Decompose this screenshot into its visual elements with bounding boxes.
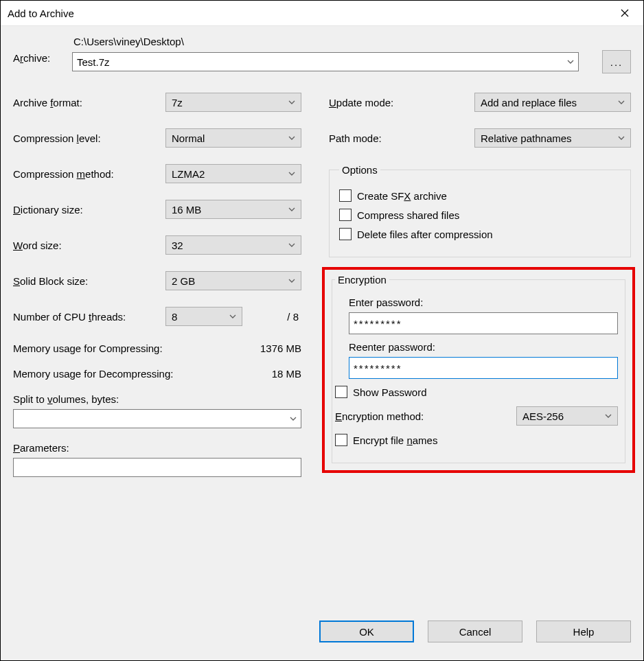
encrypt-filenames-row[interactable]: Encrypt file names xyxy=(335,434,618,446)
browse-button[interactable]: ... xyxy=(602,50,631,73)
cpu-threads-select[interactable]: 8 xyxy=(165,307,242,326)
options-legend: Options xyxy=(339,164,380,176)
path-mode-select[interactable]: Relative pathnames xyxy=(474,128,631,148)
options-group: Options Create SFX archive Compress shar… xyxy=(329,164,631,257)
show-password-label: Show Password xyxy=(353,386,427,398)
compress-shared-label: Compress shared files xyxy=(357,209,459,221)
cancel-button[interactable]: Cancel xyxy=(428,621,522,642)
archive-path: C:\Users\viney\Desktop\ xyxy=(72,36,631,47)
word-size-label: Word size: xyxy=(13,240,165,251)
cpu-threads-label: Number of CPU threads: xyxy=(13,311,126,323)
dialog-buttons: OK Cancel Help xyxy=(1,621,643,660)
compression-level-label: Compression level: xyxy=(13,132,165,144)
solid-block-size-label: Solid Block size: xyxy=(13,275,165,287)
close-icon xyxy=(621,8,629,19)
compression-level-select[interactable]: Normal xyxy=(165,128,301,148)
compress-shared-checkbox[interactable] xyxy=(339,209,352,221)
chevron-down-icon xyxy=(288,243,295,247)
chevron-down-icon xyxy=(288,279,295,283)
parameters-input[interactable] xyxy=(13,458,301,477)
solid-block-size-select[interactable]: 2 GB xyxy=(165,271,301,290)
chevron-down-icon xyxy=(229,314,236,318)
update-mode-select[interactable]: Add and replace files xyxy=(474,93,631,112)
archive-label: Archive: xyxy=(13,36,72,64)
memory-decompress-value: 18 MB xyxy=(272,368,301,380)
window-title: Add to Archive xyxy=(8,8,74,19)
dictionary-size-label: Dictionary size: xyxy=(13,204,165,216)
chevron-down-icon xyxy=(605,414,612,418)
enter-password-input[interactable]: ********* xyxy=(349,312,618,334)
dictionary-size-select[interactable]: 16 MB xyxy=(165,200,301,219)
memory-compress-value: 1376 MB xyxy=(260,343,301,354)
show-password-checkbox[interactable] xyxy=(335,386,347,398)
delete-after-row[interactable]: Delete files after compression xyxy=(339,228,621,240)
compress-shared-row[interactable]: Compress shared files xyxy=(339,209,621,221)
word-size-select[interactable]: 32 xyxy=(165,235,301,255)
encrypt-filenames-label: Encrypt file names xyxy=(353,434,437,446)
parameters-label: Parameters: xyxy=(13,442,301,454)
chevron-down-icon xyxy=(288,172,295,176)
close-button[interactable] xyxy=(609,2,641,24)
reenter-password-label: Reenter password: xyxy=(349,341,618,353)
update-mode-label: Update mode: xyxy=(329,97,393,108)
chevron-down-icon xyxy=(288,207,295,211)
archive-format-select[interactable]: 7z xyxy=(165,93,301,112)
path-mode-label: Path mode: xyxy=(329,132,382,144)
cpu-threads-total: / 8 xyxy=(287,311,301,323)
create-sfx-checkbox[interactable] xyxy=(339,189,352,202)
chevron-down-icon xyxy=(288,100,295,104)
memory-compress-label: Memory usage for Compressing: xyxy=(13,343,163,354)
archive-filename-value: Test.7z xyxy=(77,56,110,68)
titlebar: Add to Archive xyxy=(1,1,643,26)
chevron-down-icon xyxy=(288,136,295,140)
encrypt-filenames-checkbox[interactable] xyxy=(335,434,347,446)
compression-method-select[interactable]: LZMA2 xyxy=(165,164,301,183)
encryption-method-label: Encryption method: xyxy=(335,410,424,422)
add-to-archive-dialog: Add to Archive Archive: C:\Users\viney\D… xyxy=(0,0,644,661)
archive-format-label: Archive format: xyxy=(13,97,165,108)
encryption-legend: Encryption xyxy=(335,274,389,286)
help-button[interactable]: Help xyxy=(536,621,631,642)
archive-filename-combo[interactable]: Test.7z xyxy=(72,52,579,71)
chevron-down-icon xyxy=(567,60,574,64)
split-volumes-combo[interactable] xyxy=(13,409,301,428)
chevron-down-icon xyxy=(290,417,297,421)
compression-method-label: Compression method: xyxy=(13,168,165,180)
encryption-method-select[interactable]: AES-256 xyxy=(516,406,618,426)
show-password-row[interactable]: Show Password xyxy=(335,386,618,398)
encryption-highlight: Encryption Enter password: ********* Ree… xyxy=(322,267,635,473)
create-sfx-row[interactable]: Create SFX archive xyxy=(339,189,621,202)
enter-password-label: Enter password: xyxy=(349,297,618,308)
reenter-password-input[interactable]: ********* xyxy=(349,357,618,379)
chevron-down-icon xyxy=(618,136,625,140)
split-volumes-label: Split to volumes, bytes: xyxy=(13,393,301,405)
chevron-down-icon xyxy=(618,100,625,104)
memory-decompress-label: Memory usage for Decompressing: xyxy=(13,368,173,380)
encryption-group: Encryption Enter password: ********* Ree… xyxy=(332,274,625,463)
delete-after-label: Delete files after compression xyxy=(357,229,493,240)
ok-button[interactable]: OK xyxy=(319,621,414,642)
create-sfx-label: Create SFX archive xyxy=(357,190,447,202)
delete-after-checkbox[interactable] xyxy=(339,228,352,240)
